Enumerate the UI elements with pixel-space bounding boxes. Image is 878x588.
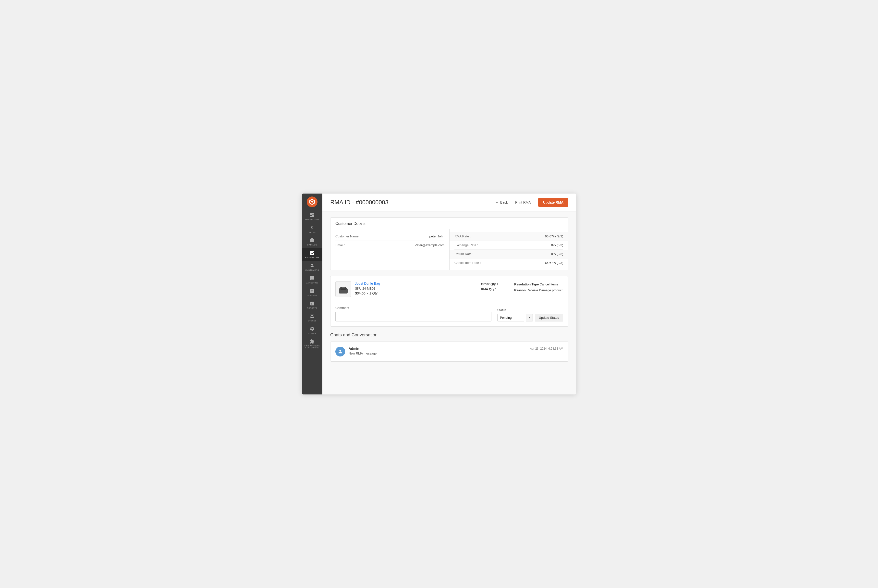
email-row: Email : Peter@example.com: [336, 241, 444, 249]
catalog-icon: [310, 238, 315, 243]
product-name[interactable]: Joust Duffle Bag: [355, 282, 380, 285]
reason-value: Receive Damage product: [527, 288, 563, 292]
sidebar-item-reports-label: REPORTS: [307, 307, 317, 309]
reports-icon: [310, 301, 315, 306]
logo-circle: [307, 196, 318, 207]
svg-rect-2: [342, 287, 345, 288]
sidebar-item-content[interactable]: CONTENT: [302, 286, 322, 299]
sku-value: 24-MB01: [362, 286, 375, 290]
comment-col: Comment: [336, 306, 491, 321]
status-dropdown-arrow[interactable]: ▼: [526, 314, 533, 321]
product-qty-col: Order Qty 1 RMA Qty 1: [481, 281, 510, 292]
extensions-icon: [310, 339, 315, 344]
header-actions: ← Back Print RMA Update RMA: [495, 198, 568, 207]
comment-input[interactable]: [336, 312, 491, 321]
sidebar-item-customers-label: CUSTOMERS: [305, 269, 319, 272]
return-rate-row: Return Rate : 0% (0/3): [449, 250, 568, 258]
product-card: Joust Duffle Bag SKU 24-MB01 $34.00 × 1 …: [330, 276, 568, 327]
sidebar-item-sales-label: SALES: [309, 231, 316, 234]
sidebar-item-rma-system[interactable]: RMA SYSTEM: [302, 248, 322, 261]
chat-avatar: [336, 346, 345, 357]
content-icon: [310, 289, 315, 294]
dashboard-icon: [310, 213, 315, 218]
sidebar-item-system[interactable]: SYSTEM: [302, 324, 322, 337]
comment-label: Comment: [336, 306, 491, 310]
sidebar-item-marketing[interactable]: MARKETING: [302, 273, 322, 286]
sidebar-item-stores-label: STORES: [308, 320, 316, 322]
resolution-type-label: Resolution Type: [514, 282, 539, 286]
status-select-wrapper: Pending Approved Rejected Closed ▼ Updat…: [497, 314, 563, 321]
chat-card: Admin Apr 23, 2024, 6:58:33 AM New RMA m…: [330, 342, 568, 362]
resolution-type-value: Cancel Items: [540, 282, 558, 286]
product-resolution-col: Resolution Type Cancel Items Reason Rece…: [514, 281, 563, 294]
sidebar-item-dashboard-label: DASHBOARD: [305, 219, 319, 221]
exchange-rate-row: Exchange Rate : 0% (0/3): [454, 241, 563, 250]
comment-status-row: Comment Status Pending Approved Rejected…: [331, 306, 568, 326]
chat-message: Admin Apr 23, 2024, 6:58:33 AM New RMA m…: [336, 346, 563, 357]
page-header: RMA ID - #000000003 ← Back Print RMA Upd…: [322, 194, 576, 212]
customer-details-title: Customer Details: [331, 218, 568, 229]
cancel-rate-row: Cancel Item Rate : 66.67% (2/3): [454, 258, 563, 267]
sidebar-item-rma-label: RMA SYSTEM: [305, 256, 319, 259]
chat-body: Admin Apr 23, 2024, 6:58:33 AM New RMA m…: [349, 346, 563, 355]
rma-rate-label: RMA Rate :: [454, 234, 470, 238]
customers-icon: [310, 263, 315, 268]
sidebar-item-find-partners[interactable]: FIND PARTNERS& EXTENSIONS: [302, 337, 322, 351]
back-button[interactable]: ← Back: [495, 200, 508, 204]
sidebar-item-dashboard[interactable]: DASHBOARD: [302, 210, 322, 223]
sidebar-item-sales[interactable]: SALES: [302, 223, 322, 236]
rma-rate-row: RMA Rate : 66.67% (2/3): [449, 232, 568, 241]
stores-icon: [310, 314, 315, 319]
product-sku: SKU 24-MB01: [355, 286, 477, 290]
sidebar-item-reports[interactable]: REPORTS: [302, 298, 322, 311]
print-rma-button[interactable]: Print RMA: [513, 199, 533, 206]
chats-title: Chats and Conversation: [330, 333, 568, 342]
sidebar-item-system-label: SYSTEM: [308, 332, 316, 334]
product-thumbnail: [336, 281, 351, 297]
exchange-rate-label: Exchange Rate :: [454, 243, 478, 247]
rma-qty-label: RMA Qty: [481, 287, 494, 291]
cancel-rate-label: Cancel Item Rate :: [454, 261, 481, 265]
sidebar-item-find-partners-label: FIND PARTNERS& EXTENSIONS: [304, 345, 320, 349]
order-qty-row: Order Qty 1: [481, 282, 510, 286]
sidebar-item-catalog[interactable]: CATALOG: [302, 236, 322, 248]
price-qty: × 1 Qty: [367, 291, 378, 295]
order-qty-value: 1: [497, 282, 498, 286]
customer-name-row: Customer Name : peter John: [336, 232, 444, 241]
customer-left-col: Customer Name : peter John Email : Peter…: [331, 229, 449, 270]
product-info: Joust Duffle Bag SKU 24-MB01 $34.00 × 1 …: [355, 281, 477, 295]
sidebar-item-customers[interactable]: CUSTOMERS: [302, 261, 322, 273]
exchange-rate-value: 0% (0/3): [551, 243, 563, 247]
return-rate-value: 0% (0/3): [551, 252, 563, 256]
status-select[interactable]: Pending Approved Rejected Closed: [497, 314, 524, 321]
page-body: Customer Details Customer Name : peter J…: [322, 212, 576, 368]
sidebar-item-content-label: CONTENT: [307, 294, 317, 297]
customer-details-grid: Customer Name : peter John Email : Peter…: [331, 229, 568, 270]
chat-timestamp: Apr 23, 2024, 6:58:33 AM: [530, 347, 563, 350]
sidebar: DASHBOARD SALES CATALOG RMA SYSTEM CUSTO: [302, 194, 322, 394]
sales-icon: [310, 225, 315, 230]
customer-name-value: peter John: [430, 234, 444, 238]
email-value: Peter@example.com: [415, 243, 444, 247]
email-label: Email :: [336, 243, 345, 247]
rma-rate-value: 66.67% (2/3): [545, 234, 563, 238]
sidebar-item-catalog-label: CATALOG: [307, 244, 317, 246]
duffle-bag-image: [337, 283, 349, 295]
chat-header-row: Admin Apr 23, 2024, 6:58:33 AM: [349, 346, 563, 351]
update-rma-button[interactable]: Update RMA: [538, 198, 568, 207]
sidebar-item-stores[interactable]: STORES: [302, 311, 322, 324]
logo[interactable]: [302, 194, 322, 210]
cancel-rate-value: 66.67% (2/3): [545, 261, 563, 265]
reason-label: Reason: [514, 288, 526, 292]
customer-right-col: RMA Rate : 66.67% (2/3) Exchange Rate : …: [449, 229, 568, 270]
sku-label: SKU: [355, 286, 362, 290]
product-price: $34.00 × 1 Qty: [355, 291, 477, 295]
product-item: Joust Duffle Bag SKU 24-MB01 $34.00 × 1 …: [331, 276, 568, 302]
update-status-button[interactable]: Update Status: [535, 314, 563, 321]
page-title: RMA ID - #000000003: [330, 199, 388, 206]
price-value: $34.00: [355, 291, 366, 295]
rma-qty-row: RMA Qty 1: [481, 287, 510, 291]
rma-icon: [310, 250, 315, 255]
order-qty-label: Order Qty: [481, 282, 496, 286]
return-rate-label: Return Rate :: [454, 252, 473, 256]
